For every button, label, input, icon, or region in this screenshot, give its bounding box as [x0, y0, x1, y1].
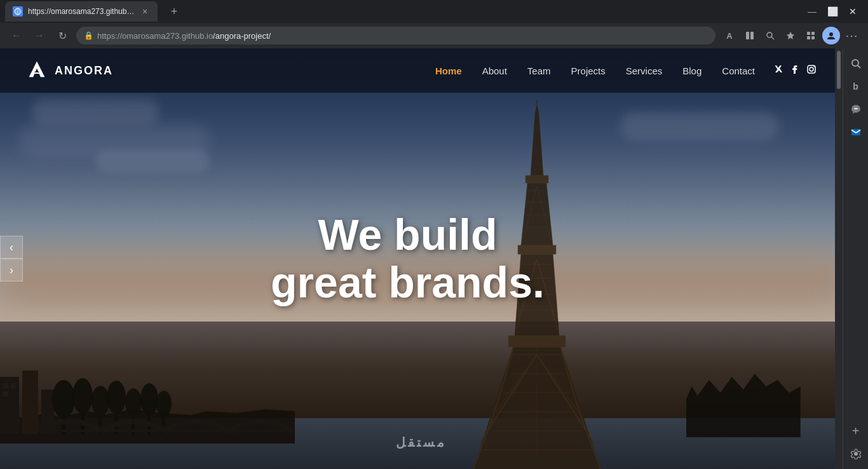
sidebar-bing-icon[interactable]: b	[846, 76, 866, 97]
logo-text: ANGORA	[55, 64, 113, 78]
svg-rect-3	[746, 32, 749, 39]
split-view-button[interactable]	[741, 27, 759, 44]
active-tab[interactable]: https://omarosama273.github.io ×	[5, 1, 158, 22]
sidebar-copilot-icon[interactable]	[846, 99, 866, 119]
sidebar-outlook-icon[interactable]	[846, 122, 866, 142]
svg-marker-69	[29, 62, 44, 77]
svg-rect-77	[851, 129, 860, 135]
page-content: ANGORA Home About Team Projects Services…	[0, 48, 843, 469]
twitter-icon[interactable]	[773, 64, 784, 78]
nav-blog[interactable]: Blog	[672, 65, 712, 76]
sidebar-search-icon[interactable]	[846, 53, 866, 74]
svg-line-76	[858, 65, 860, 68]
scrollbar-thumb[interactable]	[837, 51, 841, 89]
collections-button[interactable]	[802, 27, 820, 44]
svg-rect-49	[3, 383, 8, 388]
url-input[interactable]: 🔒 https://omarosama273.github.io/angora-…	[76, 27, 715, 44]
tab-title: https://omarosama273.github.io	[28, 7, 135, 16]
cloud-1	[32, 99, 159, 125]
website: ANGORA Home About Team Projects Services…	[0, 48, 843, 469]
minimize-button[interactable]: —	[807, 6, 817, 17]
svg-line-6	[771, 37, 774, 39]
reload-button[interactable]: ↻	[53, 27, 71, 44]
title-bar: https://omarosama273.github.io × + — ⬜ ✕	[0, 0, 868, 23]
svg-point-5	[767, 32, 772, 37]
facebook-icon[interactable]	[789, 64, 801, 78]
hero-line1: We build	[271, 211, 545, 259]
nav-projects[interactable]: Projects	[561, 65, 616, 76]
svg-rect-9	[811, 32, 815, 35]
instagram-icon[interactable]	[806, 64, 817, 78]
nav-team[interactable]: Team	[517, 65, 561, 76]
slider-next-button[interactable]: ›	[0, 259, 23, 282]
nav-home[interactable]: Home	[425, 65, 472, 76]
nav-about[interactable]: About	[472, 65, 517, 76]
social-icons	[773, 64, 817, 78]
back-button[interactable]: ←	[8, 27, 25, 44]
svg-marker-7	[787, 32, 794, 39]
cloud-3	[620, 112, 779, 140]
sidebar-settings-icon[interactable]	[846, 444, 866, 464]
site-logo[interactable]: ANGORA	[25, 59, 113, 82]
sidebar-add-icon[interactable]: +	[846, 421, 866, 441]
bridge	[38, 409, 292, 434]
tab-close-button[interactable]: ×	[140, 6, 150, 17]
svg-rect-36	[526, 175, 548, 183]
forward-button[interactable]: →	[31, 27, 48, 44]
svg-rect-51	[3, 391, 8, 397]
read-aloud-button[interactable]: A	[721, 27, 738, 44]
svg-point-12	[829, 32, 833, 36]
svg-rect-11	[811, 36, 815, 39]
nav-links: Home About Team Projects Services Blog C…	[425, 65, 765, 76]
favorites-button[interactable]	[782, 27, 799, 44]
maximize-button[interactable]: ⬜	[827, 6, 837, 17]
right-sidebar: b +	[843, 48, 868, 469]
watermark: مستقل	[396, 435, 447, 450]
profile-button[interactable]	[822, 27, 840, 44]
ssl-lock-icon: 🔒	[84, 31, 93, 40]
svg-point-74	[813, 66, 815, 67]
slider-prev-button[interactable]: ‹	[0, 236, 23, 259]
url-path: /angora-project/	[213, 31, 271, 41]
svg-point-75	[852, 60, 858, 66]
close-button[interactable]: ✕	[848, 6, 858, 17]
hero-text: We build great brands.	[271, 211, 545, 306]
svg-rect-52	[22, 370, 38, 434]
nav-services[interactable]: Services	[616, 65, 673, 76]
url-display: https://omarosama273.github.io/angora-pr…	[97, 31, 271, 41]
svg-point-73	[810, 67, 813, 71]
svg-rect-48	[0, 377, 19, 434]
tab-favicon	[13, 6, 23, 17]
zoom-button[interactable]	[761, 27, 779, 44]
address-bar: ← → ↻ 🔒 https://omarosama273.github.io/a…	[0, 23, 868, 48]
hero-headline: We build great brands.	[271, 211, 545, 306]
svg-rect-13	[508, 336, 566, 347]
toolbar-icons: A ⋯	[721, 27, 860, 44]
svg-rect-8	[807, 32, 810, 35]
site-nav: ANGORA Home About Team Projects Services…	[0, 48, 843, 93]
hero-line2: great brands.	[271, 259, 545, 306]
svg-rect-10	[807, 36, 810, 39]
nav-contact[interactable]: Contact	[712, 65, 765, 76]
url-base: https://omarosama273.github.io	[97, 31, 213, 41]
svg-rect-4	[750, 32, 754, 39]
more-button[interactable]: ⋯	[843, 27, 860, 44]
svg-rect-50	[11, 383, 16, 388]
cloud-4	[95, 150, 210, 172]
new-tab-button[interactable]: +	[165, 3, 183, 20]
